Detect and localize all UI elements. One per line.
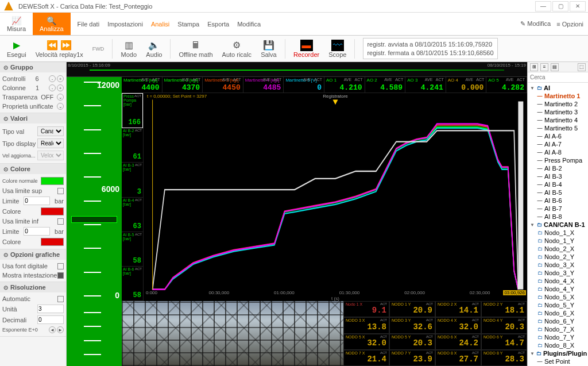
tree-item[interactable]: 🗀Nodo_5_Y xyxy=(529,301,587,309)
tree-item[interactable]: —Martinetto 1 xyxy=(529,92,587,100)
search-input[interactable] xyxy=(528,72,588,82)
tree-item[interactable]: 🗀Nodo_2_X xyxy=(529,245,587,253)
limite-inf-input[interactable] xyxy=(24,227,50,236)
colonne-plus[interactable]: + xyxy=(57,84,64,91)
proprieta-toggle[interactable]: ⌄ xyxy=(57,103,64,110)
tree-item[interactable]: —AI B-6 xyxy=(529,197,587,205)
close-button[interactable]: ✕ xyxy=(570,1,586,11)
minimize-button[interactable]: — xyxy=(535,1,551,11)
node-cell[interactable]: NODO 3 YACT32.6 xyxy=(389,317,435,333)
tree-item[interactable]: 🗀Nodo_4_Y xyxy=(529,285,587,293)
menu-stampa[interactable]: Stampa xyxy=(177,21,199,28)
meter-cell[interactable]: Martinetto 5 [V]AVE ACT0 xyxy=(284,77,324,93)
vel-aggiorna-select[interactable]: Veloce (0,1 s xyxy=(37,151,64,160)
tree-item[interactable]: 🗀Nodo_3_Y xyxy=(529,269,587,277)
node-cell[interactable]: Nodo 1 XACT9.1 xyxy=(343,301,389,317)
node-cell[interactable]: NODO 4 YACT20.3 xyxy=(481,317,527,333)
menu-modifica-right[interactable]: ✎ Modifica xyxy=(520,20,551,28)
node-cell[interactable]: NODO 3 XACT13.8 xyxy=(343,317,389,333)
menu-impostazioni[interactable]: Impostazioni xyxy=(107,21,143,28)
node-cell[interactable]: NODO 8 YACT28.3 xyxy=(481,350,527,366)
channel-tree[interactable]: ▼🗀AI—Martinetto 1—Martinetto 2—Martinett… xyxy=(528,83,588,366)
tree-item[interactable]: 🗀Nodo_3_X xyxy=(529,261,587,269)
tree-item[interactable]: ▼🗀Plugins/Plugin xyxy=(529,349,587,357)
node-cell[interactable]: NODO 1 YACT20.9 xyxy=(389,301,435,317)
readout-cell[interactable]: Press Pompa [bar]ACT166 xyxy=(122,93,143,128)
tree-item[interactable]: —Martinetto 5 xyxy=(529,124,587,132)
node-cell[interactable]: NODO 6 YACT14.7 xyxy=(481,334,527,350)
tree-tool-1[interactable]: ⊞ xyxy=(530,63,538,71)
tree-item[interactable]: —AI A-8 xyxy=(529,148,587,156)
tree-item[interactable]: —AI B-7 xyxy=(529,205,587,213)
tree-item[interactable]: 🗀Nodo_8_X xyxy=(529,341,587,349)
tree-item[interactable]: —Set Point xyxy=(529,357,587,365)
tree-item[interactable]: ▼🗀AI xyxy=(529,84,587,92)
node-cell[interactable]: NODO 5 XACT32.0 xyxy=(343,334,389,350)
readout-cell[interactable]: AI B-4 [bar]ACT63 xyxy=(122,198,143,232)
tree-tool-2[interactable]: ≡ xyxy=(540,63,548,71)
node-cell[interactable]: NODO 6 XACT24.2 xyxy=(435,334,481,350)
salva-button[interactable]: 💾Salva xyxy=(257,38,280,59)
menu-opzioni[interactable]: ≡ Opzioni xyxy=(556,21,583,28)
tree-item[interactable]: —AI B-5 xyxy=(529,188,587,197)
auto-ricalc-button[interactable]: ⚙Auto ricalc xyxy=(219,38,255,59)
tree-item[interactable]: —AI B-8 xyxy=(529,213,587,221)
meter-cell[interactable]: Martinetto 3 [kgf]AVE ACT4450 xyxy=(203,77,243,93)
tree-item[interactable]: 🗀Nodo_1_Y xyxy=(529,237,587,245)
unita-input[interactable] xyxy=(37,305,64,313)
tree-item[interactable]: —AI B-4 xyxy=(529,180,587,188)
exp-left[interactable]: ◄ xyxy=(49,326,56,333)
tree-item[interactable]: 🗀Nodo_2_Y xyxy=(529,253,587,261)
meter-cell[interactable]: Martinetto 4 [kgf]AVE ACT4485 xyxy=(243,77,284,93)
tipo-display-select[interactable]: Reale xyxy=(37,138,64,148)
section-opzioni-header[interactable]: Opzioni grafiche xyxy=(0,249,66,260)
trasparenza-toggle[interactable]: ⌄ xyxy=(57,94,64,101)
node-cell[interactable]: NODO 7 XACT21.4 xyxy=(343,350,389,366)
tree-item[interactable]: —Press Pompa xyxy=(529,156,587,164)
color-swatch-sup[interactable] xyxy=(41,207,64,215)
scope-button[interactable]: 〰Scope xyxy=(325,38,350,59)
tree-item[interactable]: 🗀Nodo_1_X xyxy=(529,229,587,237)
meter-cell[interactable]: AO 2AVE ACT4.589 xyxy=(365,77,406,93)
readout-cell[interactable]: AI B-3 [bar]ACT3 xyxy=(122,163,143,197)
section-colore-header[interactable]: Colore xyxy=(0,164,66,174)
node-cell[interactable]: NODO 4 XACT32.0 xyxy=(435,317,481,333)
automatic-checkbox[interactable] xyxy=(57,296,64,302)
tree-tool-4[interactable]: ⬚ xyxy=(578,63,586,71)
node-cell[interactable]: NODO 5 YACT20.3 xyxy=(389,334,435,350)
recorder-chart[interactable]: t = 0,00000; Set Point = 3297 Registrato… xyxy=(144,93,527,301)
tree-item[interactable]: 🗀Nodo_6_X xyxy=(529,309,587,317)
modo-button[interactable]: ▥Modo xyxy=(117,38,140,59)
limite-inf-checkbox[interactable] xyxy=(57,218,64,225)
readout-cell[interactable]: AI B-6 [bar]ACT58 xyxy=(122,267,143,301)
intestazione-checkbox[interactable] xyxy=(57,272,64,279)
readout-cell[interactable]: AI B-5 [bar]ACT58 xyxy=(122,232,143,267)
readout-cell[interactable]: AI B-2 [bar]ACT61 xyxy=(122,128,143,163)
meter-cell[interactable]: AO 5AVE ACT4.282 xyxy=(486,77,527,93)
menu-esporta[interactable]: Esporta xyxy=(207,21,229,28)
tree-item[interactable]: —Martinetto 3 xyxy=(529,108,587,116)
tree-item[interactable]: —AI A-7 xyxy=(529,140,587,148)
tree-item[interactable]: —AI B-2 xyxy=(529,164,587,172)
node-cell[interactable]: NODO 7 YACT23.9 xyxy=(389,350,435,366)
replay-speed-button[interactable]: ⏪ ⏩Velocità replay1x xyxy=(32,38,87,59)
color-swatch-normal[interactable] xyxy=(41,177,64,185)
meter-cell[interactable]: AO 1AVE ACT4.210 xyxy=(324,77,365,93)
decimali-input[interactable] xyxy=(37,315,64,324)
meter-cell[interactable]: AO 3AVE ACT4.241 xyxy=(405,77,446,93)
tree-item[interactable]: —AI A-6 xyxy=(529,132,587,140)
tipo-val-select[interactable]: Canale xyxy=(37,126,64,136)
offline-math-button[interactable]: 🖩Offline math xyxy=(175,38,216,59)
play-button[interactable]: ▶Esegui xyxy=(3,38,30,59)
tree-item[interactable]: 🗀Nodo_7_Y xyxy=(529,333,587,341)
menu-analisi[interactable]: Analisi xyxy=(151,21,169,28)
menu-file-dati[interactable]: File dati xyxy=(78,21,100,28)
node-cell[interactable]: NODO 2 YACT18.1 xyxy=(481,301,527,317)
node-cell[interactable]: NODO 8 XACT27.7 xyxy=(435,350,481,366)
tree-item[interactable]: ▼🗀CAN/CAN B-1 xyxy=(529,221,587,229)
controlli-minus[interactable]: - xyxy=(49,75,56,82)
tree-item[interactable]: 🗀Nodo_5_X xyxy=(529,293,587,301)
controlli-plus[interactable]: + xyxy=(57,75,64,82)
section-valori-header[interactable]: Valori xyxy=(0,113,66,124)
tree-tool-3[interactable]: ▤ xyxy=(551,63,559,71)
